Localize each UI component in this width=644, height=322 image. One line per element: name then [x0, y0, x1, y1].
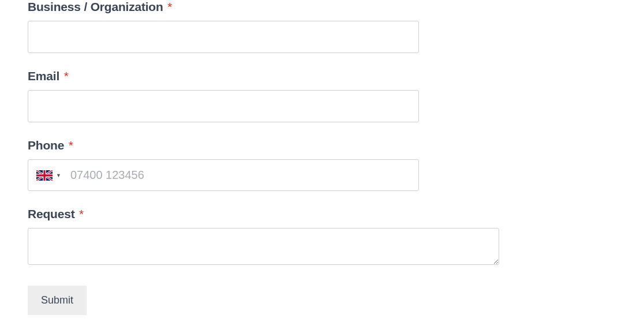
country-code-select[interactable]: ▼ [28, 160, 66, 190]
request-label-text: Request [28, 207, 74, 220]
request-label: Request * [28, 207, 616, 221]
email-label-text: Email [28, 69, 59, 83]
submit-button[interactable]: Submit [28, 286, 87, 315]
request-field-group: Request * [28, 207, 616, 267]
uk-flag-icon [36, 170, 53, 181]
business-label: Business / Organization * [28, 0, 616, 14]
phone-field-group: Phone * ▼ [28, 138, 616, 191]
business-input[interactable] [28, 21, 419, 53]
business-label-text: Business / Organization [28, 0, 163, 13]
business-field-group: Business / Organization * [28, 0, 616, 53]
email-input[interactable] [28, 90, 419, 122]
phone-label-text: Phone [28, 138, 64, 152]
required-mark: * [79, 207, 84, 220]
phone-label: Phone * [28, 138, 616, 152]
email-field-group: Email * [28, 69, 616, 122]
phone-input-wrapper: ▼ [28, 159, 419, 191]
request-textarea[interactable] [28, 228, 499, 265]
required-mark: * [69, 138, 73, 152]
contact-form: Business / Organization * Email * Phone … [28, 0, 616, 315]
chevron-down-icon: ▼ [56, 173, 61, 178]
phone-input[interactable] [66, 160, 418, 190]
email-label: Email * [28, 69, 616, 83]
required-mark: * [167, 0, 172, 13]
required-mark: * [64, 69, 69, 83]
